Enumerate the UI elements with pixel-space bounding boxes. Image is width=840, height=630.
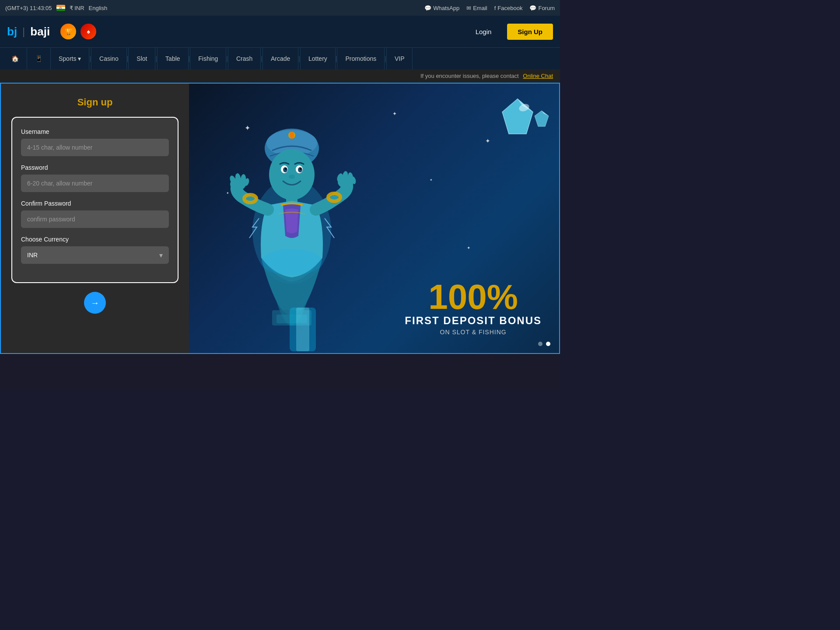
nav-item-lottery[interactable]: Lottery [301, 48, 336, 70]
issue-bar: If you encounter issues, please contact … [0, 69, 560, 83]
nav-item-arcade[interactable]: Arcade [263, 48, 298, 70]
svg-point-14 [283, 167, 287, 172]
next-button[interactable]: → [84, 292, 106, 314]
nav-item-mobile[interactable]: 📱 [27, 48, 51, 70]
bonus-subtitle: ON SLOT & FISHING [405, 329, 542, 336]
svg-point-16 [285, 168, 287, 170]
nav-bar: 🏠 📱 Sports ▾ | Casino | Slot | Table | F… [0, 47, 560, 69]
nav-item-vip[interactable]: VIP [387, 48, 413, 70]
online-chat-link[interactable]: Online Chat [523, 73, 553, 79]
form-card: Username Password Confirm Password Choos… [11, 117, 178, 283]
nav-item-table[interactable]: Table [158, 48, 188, 70]
top-bar: (GMT+3) 11:43:05 ₹ INR English 💬 WhatsAp… [0, 0, 560, 16]
forum-link[interactable]: 💬 Forum [529, 5, 555, 11]
username-label: Username [21, 128, 169, 135]
email-link[interactable]: ✉ Email [466, 5, 487, 11]
timezone: (GMT+3) 11:43:05 [5, 5, 52, 11]
svg-point-17 [300, 168, 301, 170]
login-button[interactable]: Login [467, 24, 500, 39]
bonus-percent: 100% [405, 280, 542, 315]
promo-icon-2[interactable]: ♠ [80, 24, 96, 39]
svg-marker-4 [535, 111, 549, 126]
facebook-link[interactable]: f Facebook [494, 5, 523, 11]
username-group: Username [21, 128, 169, 156]
flag-icon [56, 5, 65, 11]
facebook-icon: f [494, 5, 496, 11]
home-icon: 🏠 [11, 55, 19, 62]
banner-content: 100% FIRST DEPOSIT BONUS ON SLOT & FISHI… [405, 280, 542, 336]
logo-bj: bj [7, 25, 17, 38]
whatsapp-link[interactable]: 💬 WhatsApp [424, 5, 459, 11]
password-input[interactable] [21, 175, 169, 192]
svg-marker-0 [502, 99, 533, 134]
nav-item-slot[interactable]: Slot [129, 48, 155, 70]
signup-title: Sign up [77, 97, 113, 108]
top-bar-left: (GMT+3) 11:43:05 ₹ INR English [5, 5, 107, 11]
nav-item-crash[interactable]: Crash [228, 48, 261, 70]
svg-point-10 [290, 132, 294, 139]
bottom-bar [0, 354, 560, 389]
banner-section: ✦ ✦ ✦ ✦ ✦ ✦ ✦ [189, 84, 559, 353]
confirm-password-input[interactable] [21, 210, 169, 228]
nav-item-casino[interactable]: Casino [91, 48, 127, 70]
svg-rect-36 [296, 308, 309, 351]
currency-label[interactable]: ₹ INR [70, 5, 84, 11]
top-bar-right: 💬 WhatsApp ✉ Email f Facebook 💬 Forum [424, 5, 555, 11]
nav-item-sports[interactable]: Sports ▾ [51, 48, 89, 70]
currency-select[interactable]: INR USD BDT PKR [21, 246, 169, 264]
header-icons: 🏆 ♠ [60, 24, 96, 39]
main-area: Sign up Username Password Confirm Passwo… [0, 83, 560, 354]
star-7: ✦ [430, 178, 433, 182]
indicator-dot-2[interactable] [546, 342, 550, 346]
language-label[interactable]: English [89, 5, 108, 11]
signup-button[interactable]: Sign Up [507, 24, 553, 40]
password-label: Password [21, 164, 169, 171]
promo-icon-1[interactable]: 🏆 [60, 24, 76, 39]
logo-baji: baji [30, 25, 50, 38]
issue-text: If you encounter issues, please contact [420, 73, 519, 79]
nav-item-fishing[interactable]: Fishing [190, 48, 226, 70]
nav-item-promotions[interactable]: Promotions [337, 48, 385, 70]
confirm-password-group: Confirm Password [21, 200, 169, 228]
currency-select-wrapper: INR USD BDT PKR ▾ [21, 246, 169, 264]
chevron-down-icon: ▾ [78, 55, 81, 62]
star-6: ✦ [485, 137, 490, 144]
whatsapp-icon: 💬 [424, 5, 431, 11]
logo[interactable]: bj | baji [7, 25, 50, 38]
star-3: ✦ [392, 111, 397, 117]
mobile-icon: 📱 [35, 55, 42, 62]
nav-item-home[interactable]: 🏠 [4, 48, 27, 70]
svg-point-15 [298, 167, 302, 172]
password-group: Password [21, 164, 169, 192]
svg-point-18 [289, 175, 295, 179]
currency-group: Choose Currency INR USD BDT PKR ▾ [21, 236, 169, 264]
username-input[interactable] [21, 139, 169, 156]
crystal-decoration [498, 97, 537, 138]
logo-divider: | [22, 25, 25, 38]
forum-icon: 💬 [529, 5, 536, 11]
star-5: ✦ [467, 245, 470, 250]
bonus-title: FIRST DEPOSIT BONUS [405, 315, 542, 327]
currency-label: Choose Currency [21, 236, 169, 243]
svg-point-34 [261, 249, 322, 275]
small-crystal-decoration [533, 110, 550, 129]
email-icon: ✉ [466, 5, 471, 11]
signup-section: Sign up Username Password Confirm Passwo… [1, 84, 189, 353]
banner-indicator [538, 342, 550, 346]
indicator-dot-1[interactable] [538, 342, 542, 346]
header: bj | baji 🏆 ♠ Login Sign Up [0, 16, 560, 47]
light-beam [276, 308, 329, 353]
confirm-password-label: Confirm Password [21, 200, 169, 207]
